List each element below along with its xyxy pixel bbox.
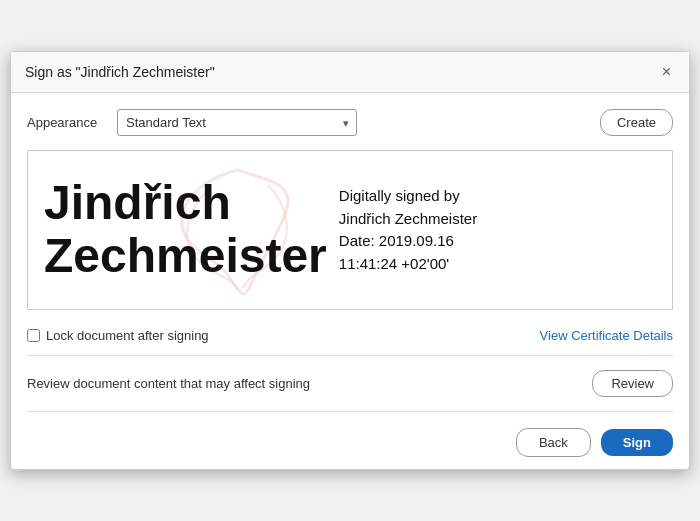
view-certificate-link[interactable]: View Certificate Details [540, 328, 673, 343]
appearance-label: Appearance [27, 115, 107, 130]
review-row: Review document content that may affect … [27, 360, 673, 407]
signature-info: Digitally signed by Jindřich Zechmeister… [339, 185, 477, 275]
dialog-title: Sign as "Jindřich Zechmeister" [25, 64, 215, 80]
dialog-footer: Back Sign [11, 416, 689, 469]
lock-row: Lock document after signing View Certifi… [27, 324, 673, 351]
create-button[interactable]: Create [600, 109, 673, 136]
appearance-select[interactable]: Standard Text [117, 109, 357, 136]
signature-preview: Jindřich Zechmeister Digitally signed by… [27, 150, 673, 310]
lock-left: Lock document after signing [27, 328, 209, 343]
sign-button[interactable]: Sign [601, 429, 673, 456]
divider-1 [27, 355, 673, 356]
lock-label: Lock document after signing [46, 328, 209, 343]
review-text: Review document content that may affect … [27, 376, 310, 391]
appearance-row: Appearance Standard Text ▾ Create [27, 109, 673, 136]
signature-name: Jindřich Zechmeister [44, 177, 327, 283]
sign-dialog: Sign as "Jindřich Zechmeister" × Appeara… [10, 51, 690, 470]
close-button[interactable]: × [658, 62, 675, 82]
appearance-select-wrapper[interactable]: Standard Text ▾ [117, 109, 357, 136]
dialog-titlebar: Sign as "Jindřich Zechmeister" × [11, 52, 689, 93]
back-button[interactable]: Back [516, 428, 591, 457]
lock-checkbox[interactable] [27, 329, 40, 342]
divider-2 [27, 411, 673, 412]
review-button[interactable]: Review [592, 370, 673, 397]
dialog-body: Appearance Standard Text ▾ Create Jindři… [11, 93, 689, 412]
